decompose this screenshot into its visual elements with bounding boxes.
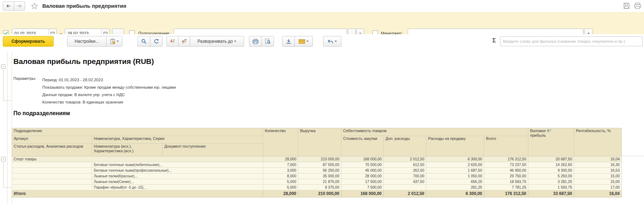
- header-quantity: Количество: [263, 128, 298, 156]
- parameter-line: Количество товаров: В единицах хранения: [42, 99, 176, 106]
- chevron-down-icon: [588, 33, 590, 34]
- group-collapse-toggle[interactable]: −: [1, 157, 6, 161]
- share-link-button[interactable]: [323, 36, 341, 47]
- table-row: Лыжные палки(Красные), , 8,000 35 000,00…: [12, 173, 622, 179]
- gross-profit-label-line2: прибыль: [530, 133, 546, 137]
- cell-extra-expenses: [384, 185, 426, 190]
- save-icon[interactable]: [623, 2, 630, 9]
- cell-empty: [12, 179, 92, 185]
- filter-panel: – ... Подразделение: ... × Менеджер:: [0, 12, 644, 34]
- favorite-star-icon[interactable]: [31, 2, 38, 10]
- section-title: По подразделениям: [13, 110, 70, 117]
- cell-item-name: Беговые гоночные лыжи(профессиональные),…: [92, 168, 263, 173]
- generate-button[interactable]: Сформировать: [3, 36, 54, 47]
- cell-total: 73 237,50: [484, 162, 528, 168]
- cell-item-name: Лыжные палки(Красные), ,: [92, 173, 263, 179]
- cell-gross-profit: 33 687,50: [528, 190, 574, 197]
- forward-button[interactable]: [14, 1, 25, 11]
- grouping-bracket: [3, 69, 11, 101]
- cell-profitability: 16,04: [574, 190, 622, 197]
- header-department: Подразделение: [12, 128, 263, 136]
- gross-profit-label-line1: Валовая: [530, 129, 546, 133]
- chevron-down-icon: [306, 41, 309, 42]
- header-selling-expenses: Расходы на продажу: [426, 136, 484, 156]
- cell-extra-expenses: 262,50: [384, 168, 426, 173]
- cell-revenue: 210 000,00: [298, 156, 341, 162]
- cell-total: 46 950,00: [484, 168, 528, 173]
- header-expense-item: Статья расходов, Аналитика расходов: [12, 144, 92, 156]
- arrow-right-icon: [17, 4, 22, 8]
- cell-purchase-cost: 70 000,00: [341, 162, 384, 168]
- cell-empty: [12, 173, 92, 179]
- cell-gross-profit: 9 300,00: [528, 168, 574, 173]
- mail-icon: [299, 39, 305, 44]
- cell-selling-expenses: 281,25: [426, 185, 484, 190]
- header-receipt-doc: Документ поступления: [163, 144, 263, 156]
- repeat-search-button[interactable]: [150, 36, 163, 47]
- cell-selling-expenses: 1 687,50: [426, 168, 484, 173]
- arrow-left-icon: [6, 4, 11, 8]
- cell-quantity: 3,000: [263, 168, 298, 173]
- parameter-line: Период: 01.01.2023 - 28.02.2023: [42, 76, 176, 84]
- settings-button[interactable]: Настройки...: [67, 36, 107, 47]
- expand-to-label: Разворачивать до: [198, 39, 233, 44]
- quick-filter-field: [500, 36, 643, 46]
- cell-selling-expenses: 6 300,00: [426, 190, 484, 197]
- search-button[interactable]: [138, 36, 150, 47]
- back-button[interactable]: [3, 1, 14, 11]
- cell-total: 176 312,50: [484, 156, 528, 162]
- cell-purchase-cost: 168 000,00: [341, 190, 384, 197]
- cell-selling-expenses: 6 300,00: [426, 156, 484, 162]
- cell-item-name: Лыжные палки(Синие), ,: [92, 179, 263, 185]
- print-button[interactable]: [249, 36, 262, 47]
- cell-purchase-cost: 28 000,00: [341, 173, 384, 179]
- cell-quantity: 5,000: [263, 179, 298, 185]
- window-titlebar: Валовая прибыль предприятия: [0, 0, 644, 12]
- cell-profitability: 16,04: [574, 156, 622, 162]
- header-nomenclature-src: Номенклатура (исх.), Характеристика (исх…: [92, 144, 163, 156]
- cell-revenue: 35 000,00: [298, 173, 341, 179]
- print-preview-button[interactable]: [261, 36, 274, 47]
- cell-quantity: 5,000: [263, 185, 298, 190]
- cell-quantity: 28,000: [263, 190, 298, 197]
- cell-revenue: 9 375,00: [298, 185, 341, 190]
- print-icon[interactable]: [634, 2, 642, 9]
- header-revenue: Выручка: [298, 128, 341, 156]
- search-icon: [141, 39, 147, 44]
- cell-total: 7 781,25: [484, 185, 528, 190]
- cell-empty: [12, 168, 92, 173]
- cell-revenue: 87 500,00: [298, 162, 341, 168]
- curved-arrow-icon: [328, 39, 333, 44]
- download-icon: [286, 39, 291, 44]
- report-title: Валовая прибыль предприятия (RUB): [13, 57, 154, 66]
- cell-selling-expenses: 2 625,00: [426, 162, 484, 168]
- gross-profit-table: Подразделение Количество Выручка Себесто…: [12, 128, 622, 197]
- parameter-line: Показывать продажи: Кроме продаж между с…: [42, 84, 176, 91]
- cell-selling-expenses: 1 050,00: [426, 173, 484, 179]
- sort-descending-icon[interactable]: [547, 129, 552, 132]
- parameters-label: Параметры:: [13, 76, 36, 81]
- header-purchase-cost: Стоимость закупки: [341, 136, 384, 156]
- report-variants-button[interactable]: [106, 36, 122, 47]
- table-row: Беговые гоночные лыжи(профессиональные),…: [12, 168, 622, 173]
- collapse-groups-button[interactable]: [166, 36, 178, 47]
- cell-empty: [12, 185, 92, 190]
- report-collapse-toggle[interactable]: −: [1, 64, 6, 69]
- cell-quantity: 8,000: [263, 173, 298, 179]
- table-row: Беговые гоночные лыжи(любительские), , 7…: [12, 162, 622, 168]
- titlebar-actions: [623, 2, 642, 9]
- totals-sigma-button[interactable]: Σ: [492, 37, 496, 44]
- header-gross-profit[interactable]: Валовая прибыль: [528, 128, 574, 156]
- collapse-groups-icon: [170, 39, 175, 44]
- refresh-search-icon: [153, 39, 159, 44]
- cell-purchase-cost: 45 000,00: [341, 168, 384, 173]
- cell-extra-expenses: 700,00: [384, 173, 426, 179]
- send-email-button[interactable]: [294, 36, 313, 47]
- expand-groups-button[interactable]: [178, 36, 190, 47]
- expand-groups-icon: [182, 39, 187, 44]
- quick-filter-input[interactable]: [500, 37, 642, 46]
- cell-group-name[interactable]: Спорт товары: [12, 156, 263, 162]
- save-file-button[interactable]: [282, 36, 295, 47]
- expand-to-button[interactable]: Разворачивать до: [190, 36, 244, 47]
- grouping-bracket: [3, 162, 11, 188]
